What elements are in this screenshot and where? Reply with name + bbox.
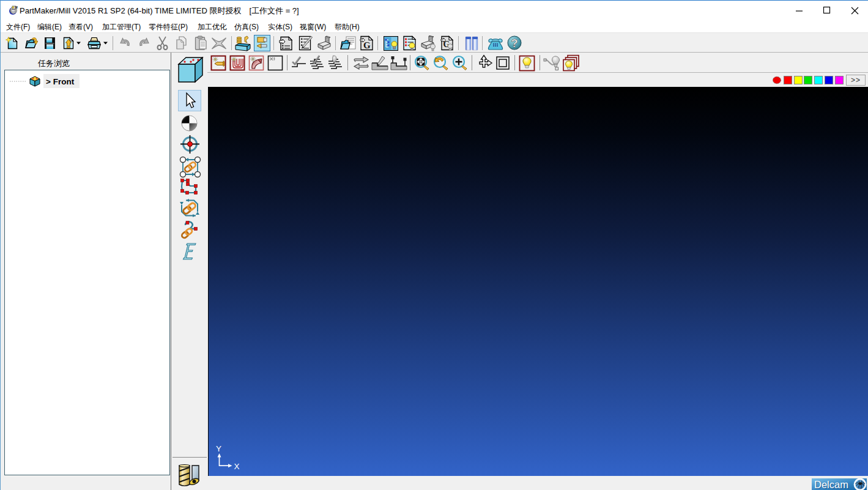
svg-text:X: X xyxy=(234,462,240,471)
svg-text:> Front: > Front xyxy=(46,77,75,86)
svg-text:G: G xyxy=(363,40,371,50)
svg-text:Y: Y xyxy=(216,444,221,453)
svg-text:Delcam: Delcam xyxy=(814,479,848,490)
svg-text:M: M xyxy=(15,6,18,9)
svg-text:?: ? xyxy=(511,37,518,50)
